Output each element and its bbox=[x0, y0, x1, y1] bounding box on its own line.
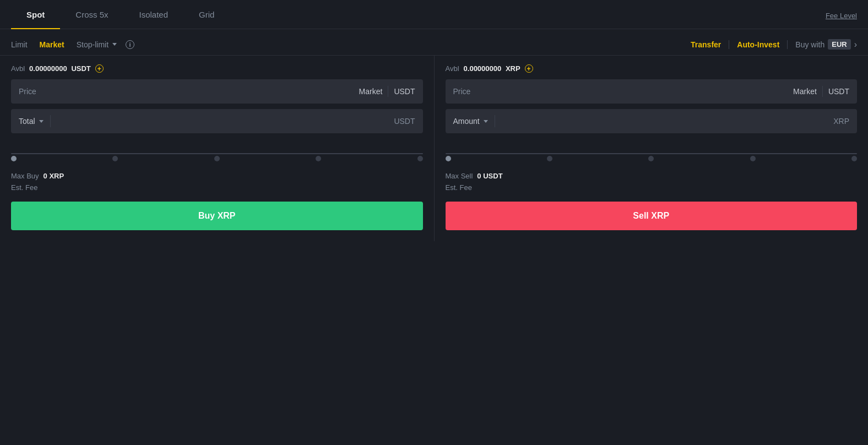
right-actions: Transfer Auto-Invest Buy with EUR › bbox=[691, 39, 857, 50]
sell-amount-label: Amount bbox=[453, 117, 480, 126]
sell-amount-chevron-icon[interactable] bbox=[484, 120, 488, 123]
buy-fee-row: Est. Fee — bbox=[11, 183, 423, 192]
sell-max-label: Max Sell bbox=[446, 172, 473, 180]
sell-button[interactable]: Sell XRP bbox=[446, 202, 858, 230]
main-content: Avbl 0.00000000 USDT + Price Market USDT… bbox=[0, 56, 868, 241]
sell-panel: Avbl 0.00000000 XRP + Price Market USDT … bbox=[435, 56, 869, 241]
sell-est-fee-value: — bbox=[476, 183, 484, 192]
buy-avbl-label: Avbl bbox=[11, 64, 25, 73]
sell-price-input-group: Price Market USDT bbox=[446, 79, 858, 104]
sell-slider-dot-100[interactable] bbox=[850, 155, 858, 162]
buy-slider-dot-100[interactable] bbox=[416, 155, 424, 162]
buy-slider-dot-0[interactable] bbox=[10, 155, 18, 162]
buy-slider-wrap[interactable] bbox=[11, 143, 423, 163]
buy-max-value: 0 XRP bbox=[44, 172, 64, 180]
buy-est-fee-label: Est. Fee bbox=[11, 183, 37, 192]
sell-avbl-amount: 0.00000000 XRP bbox=[464, 64, 520, 73]
buy-total-chevron-icon[interactable] bbox=[39, 120, 44, 123]
buy-slider-dot-50[interactable] bbox=[213, 155, 221, 162]
buy-price-market-label: Market bbox=[359, 87, 383, 96]
sell-price-right: Market USDT bbox=[793, 86, 849, 97]
buy-avbl-amount: 0.00000000 USDT bbox=[29, 64, 91, 73]
buy-total-group: Total USDT bbox=[11, 109, 423, 133]
sell-slider-wrap[interactable] bbox=[446, 143, 858, 163]
sell-price-market-label: Market bbox=[793, 87, 817, 96]
sell-max-value: 0 USDT bbox=[477, 172, 502, 180]
stop-limit-chevron-icon[interactable] bbox=[112, 43, 117, 46]
order-type-market[interactable]: Market bbox=[40, 40, 64, 49]
buy-with-currency: EUR bbox=[828, 39, 850, 50]
sell-slider-dots bbox=[446, 156, 858, 161]
tab-grid[interactable]: Grid bbox=[183, 0, 230, 29]
buy-price-input-group: Price Market USDT bbox=[11, 79, 423, 104]
buy-button[interactable]: Buy XRP bbox=[11, 202, 423, 230]
buy-max-label: Max Buy bbox=[11, 172, 39, 180]
buy-with-label: Buy with bbox=[795, 40, 824, 49]
sell-slider-dot-75[interactable] bbox=[749, 155, 757, 162]
sell-amount-currency: XRP bbox=[833, 117, 849, 126]
buy-slider-dot-25[interactable] bbox=[111, 155, 119, 162]
sell-max-row: Max Sell 0 USDT bbox=[446, 172, 858, 180]
sell-slider-dot-25[interactable] bbox=[546, 155, 554, 162]
buy-price-right: Market USDT bbox=[359, 86, 415, 97]
sell-slider-track[interactable] bbox=[446, 153, 858, 154]
sell-price-currency: USDT bbox=[828, 87, 849, 96]
buy-add-funds-icon[interactable]: + bbox=[95, 64, 104, 73]
order-type-limit[interactable]: Limit bbox=[11, 40, 28, 49]
sell-add-funds-icon[interactable]: + bbox=[525, 64, 533, 73]
buy-price-label: Price bbox=[19, 87, 36, 96]
sell-price-label: Price bbox=[453, 87, 471, 96]
buy-with-arrow-icon: › bbox=[854, 40, 857, 50]
fee-level-link[interactable]: Fee Level bbox=[826, 2, 857, 29]
transfer-button[interactable]: Transfer bbox=[691, 40, 729, 49]
buy-est-fee-value: — bbox=[42, 183, 49, 192]
buy-total-label-wrap[interactable]: Total bbox=[19, 117, 44, 126]
tab-cross5x[interactable]: Cross 5x bbox=[60, 0, 123, 29]
buy-slider-dots bbox=[11, 156, 423, 161]
sell-slider-dot-0[interactable] bbox=[444, 155, 452, 162]
tab-isolated[interactable]: Isolated bbox=[124, 0, 184, 29]
buy-avbl-row: Avbl 0.00000000 USDT + bbox=[11, 64, 423, 73]
sell-fee-row: Est. Fee — bbox=[446, 183, 858, 192]
tab-bar: Spot Cross 5x Isolated Grid Fee Level bbox=[0, 0, 868, 29]
info-icon[interactable]: i bbox=[126, 40, 134, 49]
stop-limit-wrap: Stop-limit bbox=[77, 40, 117, 49]
buy-price-currency: USDT bbox=[394, 87, 415, 96]
buy-with-wrap[interactable]: Buy with EUR › bbox=[788, 39, 857, 50]
tab-spot[interactable]: Spot bbox=[11, 0, 60, 29]
buy-total-label: Total bbox=[19, 117, 35, 126]
sell-slider-dot-50[interactable] bbox=[647, 155, 655, 162]
order-type-stop-limit[interactable]: Stop-limit bbox=[77, 40, 109, 49]
sell-avbl-label: Avbl bbox=[446, 64, 459, 73]
sell-est-fee-label: Est. Fee bbox=[446, 183, 472, 192]
buy-slider-dot-75[interactable] bbox=[314, 155, 322, 162]
buy-slider-track[interactable] bbox=[11, 153, 423, 154]
buy-max-row: Max Buy 0 XRP bbox=[11, 172, 423, 180]
sell-avbl-row: Avbl 0.00000000 XRP + bbox=[446, 64, 858, 73]
buy-panel: Avbl 0.00000000 USDT + Price Market USDT… bbox=[0, 56, 434, 241]
buy-total-currency: USDT bbox=[394, 117, 415, 126]
auto-invest-button[interactable]: Auto-Invest bbox=[729, 40, 788, 49]
sell-amount-label-wrap[interactable]: Amount bbox=[453, 117, 488, 126]
order-type-bar: Limit Market Stop-limit i Transfer Auto-… bbox=[0, 29, 868, 56]
sell-amount-group: Amount XRP bbox=[446, 109, 858, 133]
